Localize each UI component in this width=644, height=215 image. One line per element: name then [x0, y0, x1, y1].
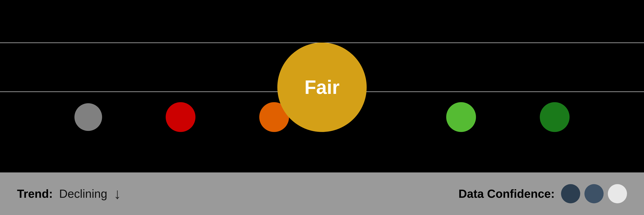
- fair-bubble: Fair: [277, 43, 367, 132]
- confidence-dots: [561, 184, 627, 203]
- trend-section: Trend: Declining ↓: [17, 185, 121, 202]
- trend-value: Declining: [59, 187, 107, 200]
- bottom-bar: Trend: Declining ↓ Data Confidence:: [0, 172, 644, 215]
- confidence-dot-2: [584, 184, 604, 203]
- unknown-dot: [74, 103, 102, 131]
- confidence-section: Data Confidence:: [458, 184, 627, 203]
- poor-dot: [166, 102, 196, 132]
- main-container: Fair Trend: Declining ↓ Data Conf: [0, 0, 644, 215]
- trend-arrow-icon: ↓: [114, 185, 121, 202]
- fair-bubble-label: Fair: [304, 76, 340, 98]
- confidence-dot-3: [608, 184, 627, 203]
- trend-label: Trend:: [17, 187, 53, 200]
- confidence-dot-1: [561, 184, 580, 203]
- confidence-label: Data Confidence:: [458, 187, 555, 200]
- good-dot: [446, 102, 476, 132]
- top-section: Fair: [0, 0, 644, 172]
- excellent-dot: [540, 102, 570, 132]
